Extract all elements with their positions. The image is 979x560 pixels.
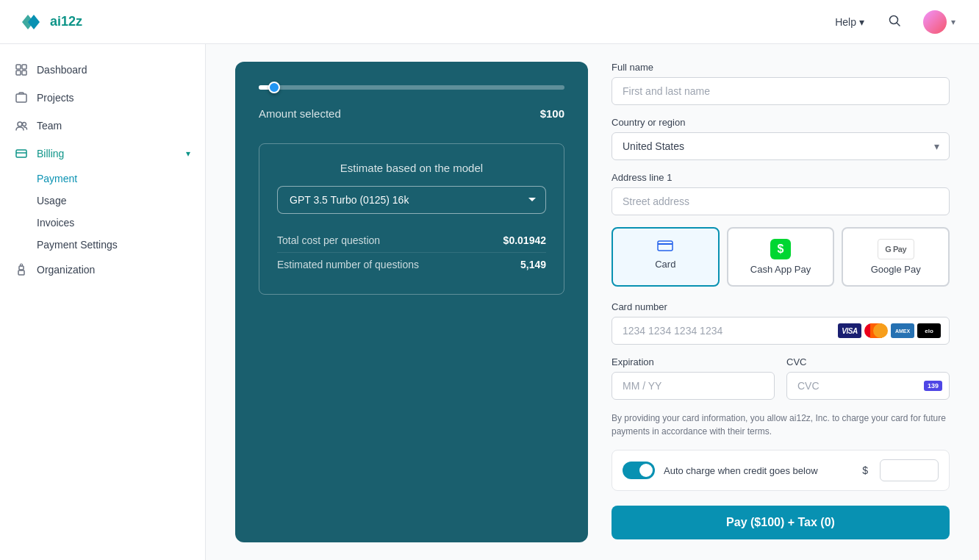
svg-rect-6 [16,94,26,102]
questions-row: Estimated number of questions 5,149 [277,253,546,276]
auto-charge-label: Auto charge when credit goes below [664,465,853,476]
svg-rect-11 [18,270,24,275]
sidebar-item-projects[interactable]: Projects [0,84,205,112]
organization-icon [15,263,28,276]
estimate-box: Estimate based on the model GPT 3.5 Turb… [259,143,564,295]
pay-method-cashapp[interactable]: $ Cash App Pay [727,227,835,287]
googlepay-method-label: Google Pay [871,264,921,275]
svg-rect-3 [22,65,26,69]
sidebar-item-team[interactable]: Team [0,112,205,140]
payment-methods: Card $ Cash App Pay G Pay Google Pay [612,227,950,287]
dashboard-icon [15,63,28,76]
card-number-wrapper: VISA AMEX elo [612,317,950,345]
nav-left: ai12z [18,9,82,35]
search-button[interactable] [883,10,906,34]
estimate-title: Estimate based on the model [277,162,546,174]
amount-label: Amount selected [259,107,341,120]
cvc-label: CVC [786,356,950,367]
country-wrapper: United States Canada United Kingdom Aust… [612,132,950,160]
top-navbar: ai12z Help ▾ ▾ [0,0,979,44]
fullname-label: Full name [612,62,950,73]
address-input[interactable] [612,187,950,215]
sidebar-sub-invoices[interactable]: Invoices [37,212,205,234]
questions-value: 5,149 [520,259,546,270]
amount-row: Amount selected $100 [259,107,564,120]
svg-point-13 [21,264,23,266]
sidebar-sub-usage[interactable]: Usage [37,190,205,212]
card-icon [657,239,673,254]
card-number-group: Card number VISA AMEX elo [612,301,950,345]
sidebar-item-organization[interactable]: Organization [0,256,205,284]
model-select[interactable]: GPT 3.5 Turbo (0125) 16k GPT 4 GPT 4 Tur… [277,186,546,214]
app-title: ai12z [50,14,82,29]
cost-row: Total cost per question $0.01942 [277,229,546,253]
logo[interactable]: ai12z [18,9,82,35]
main-content: Amount selected $100 Estimate based on t… [206,44,979,560]
user-chevron-icon: ▾ [951,17,955,27]
cost-label: Total cost per question [277,234,380,246]
nav-right: Help ▾ ▾ [828,7,961,37]
fullname-group: Full name [612,62,950,105]
billing-chevron-icon: ▾ [186,148,190,159]
cvc-badge: 139 [924,381,942,391]
svg-rect-12 [19,266,24,270]
country-label: Country or region [612,117,950,128]
svg-rect-4 [16,71,21,75]
svg-rect-2 [16,65,21,69]
mastercard-logo [864,323,888,338]
country-group: Country or region United States Canada U… [612,117,950,160]
expiry-label: Expiration [612,356,775,367]
fullname-input[interactable] [612,77,950,105]
cashapp-method-label: Cash App Pay [750,264,811,275]
address-label: Address line 1 [612,172,950,183]
cashapp-icon: $ [770,239,791,259]
avatar [923,10,947,34]
team-icon [15,119,28,132]
svg-line-1 [897,23,900,26]
expiry-group: Expiration [612,356,775,400]
dollar-symbol: $ [862,464,868,476]
auto-charge-row: Auto charge when credit goes below $ [612,450,950,491]
amount-value: $100 [540,107,564,120]
expiry-cvc-row: Expiration CVC 139 [612,356,950,412]
consent-text: By providing your card information, you … [612,412,950,438]
visa-logo: VISA [838,323,861,338]
pay-method-googlepay[interactable]: G Pay Google Pay [842,227,950,287]
user-menu-button[interactable]: ▾ [917,7,961,37]
projects-icon [15,91,28,104]
svg-rect-9 [16,150,26,157]
pay-method-card[interactable]: Card [612,227,720,287]
sidebar-sub-payment[interactable]: Payment [37,168,205,190]
slider-track [259,85,564,90]
country-select[interactable]: United States Canada United Kingdom Aust… [612,132,950,160]
search-icon [888,14,901,27]
cost-value: $0.01942 [503,234,546,246]
help-button[interactable]: Help ▾ [828,12,872,32]
sidebar: Dashboard Projects Team Billin [0,44,206,560]
svg-point-8 [23,123,26,126]
expiry-input[interactable] [612,372,775,400]
slider-thumb [268,82,280,93]
auto-charge-amount-input[interactable] [880,459,939,481]
billing-icon [15,147,28,160]
cvc-group: CVC 139 [786,356,950,400]
svg-rect-5 [22,71,26,75]
auto-charge-toggle[interactable] [623,462,655,479]
sidebar-sub-payment-settings[interactable]: Payment Settings [37,234,205,256]
amount-panel: Amount selected $100 Estimate based on t… [235,62,588,542]
amount-slider-container [259,85,564,90]
sidebar-item-billing[interactable]: Billing ▾ [0,140,205,168]
pay-button[interactable]: Pay ($100) + Tax (0) [612,506,950,539]
card-number-label: Card number [612,301,950,312]
card-logos: VISA AMEX elo [838,323,941,338]
svg-point-7 [18,122,22,126]
googlepay-icon: G Pay [878,239,914,259]
elo-logo: elo [917,323,941,338]
card-method-label: Card [655,259,675,270]
address-group: Address line 1 [612,172,950,215]
payment-panel: Full name Country or region United State… [612,62,950,542]
sidebar-item-dashboard[interactable]: Dashboard [0,56,205,84]
svg-rect-15 [658,241,673,251]
help-chevron-icon: ▾ [859,16,864,28]
billing-submenu: Payment Usage Invoices Payment Settings [0,168,205,256]
